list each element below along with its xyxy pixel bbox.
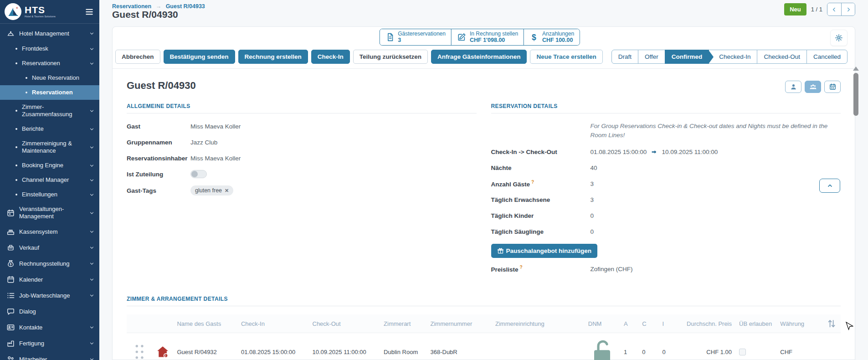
field-value[interactable]: 40	[591, 165, 597, 171]
sidebar-item-veranstaltungen-management[interactable]: Veranstaltungen-Management	[0, 202, 99, 224]
cell-checkout[interactable]: 10.09.2025 11:00:00	[309, 333, 380, 360]
room-lines-table: Name des GastsCheck-InCheck-OutZimmerart…	[127, 314, 841, 360]
stat-button-anzahlungen[interactable]: $AnzahlungenCHF 100.00	[524, 29, 580, 45]
action-abbrechen-button[interactable]: Abbrechen	[115, 50, 160, 64]
action-neue-trace-erstellen-button[interactable]: Neue Trace erstellen	[530, 50, 602, 64]
price-list-value[interactable]: Zofingen (CHF)	[591, 266, 633, 273]
cell-avg-price[interactable]: CHF 1.00	[681, 333, 735, 360]
sidebar-item-verkauf[interactable]: Verkauf	[0, 240, 99, 256]
sidebar-item-zimmer-zusammenfassung[interactable]: Zimmer-Zusammenfassung	[0, 100, 99, 122]
sidebar-item-mitarbeiter[interactable]: Mitarbeiter	[0, 351, 99, 360]
sidebar-item-neue-reservation[interactable]: Neue Reservation	[0, 71, 99, 85]
cell-room-type[interactable]: Dublin Room	[380, 333, 426, 360]
cell-adults[interactable]: 1	[620, 333, 638, 360]
breadcrumb-separator: →	[156, 3, 162, 10]
status-pipeline: DraftOfferConfirmedChecked-InChecked-Out…	[611, 50, 847, 64]
status-step-checked-out[interactable]: Checked-Out	[757, 50, 807, 64]
cell-checkin[interactable]: 01.08.2025 15:00:00	[237, 333, 309, 360]
price-list-row: Preisliste? Zofingen (CHF)	[491, 264, 841, 273]
settings-button[interactable]	[830, 30, 847, 46]
sidebar-item-dialog[interactable]: Dialog	[0, 303, 99, 319]
field-value[interactable]: 0	[591, 212, 594, 219]
field-value[interactable]: 0	[591, 228, 594, 235]
breadcrumb-reservationen[interactable]: Reservationen	[112, 3, 151, 10]
breadcrumb-guest[interactable]: Guest R/04933	[166, 3, 205, 10]
sidebar-item-channel-manager[interactable]: Channel Manager	[0, 173, 99, 187]
collapse-section-button[interactable]	[819, 179, 840, 193]
action-best-tigung-senden-button[interactable]: Bestätigung senden	[164, 50, 235, 64]
action-anfrage-g-steinformationen-button[interactable]: Anfrage Gästeinformationen	[431, 50, 527, 64]
topbar-right: Neu 1 / 1	[784, 3, 855, 16]
room-house-icon[interactable]: !	[156, 345, 169, 359]
cell-drag	[127, 333, 152, 360]
sidebar-item-label: Reservationen	[22, 60, 86, 67]
action-check-in-button[interactable]: Check-In	[311, 50, 350, 64]
sidebar-item-fertigung[interactable]: Fertigung	[0, 335, 99, 351]
add-package-button[interactable]: Pauschalangebot hinzufügen	[491, 244, 598, 258]
status-step-draft[interactable]: Draft	[611, 50, 638, 64]
field-value[interactable]: Miss Maeva Koller	[190, 123, 241, 130]
field-value[interactable]: Miss Maeva Koller	[190, 155, 241, 162]
column-adjust-icon[interactable]	[826, 318, 837, 329]
sidebar-item-kalender[interactable]: Kalender	[0, 272, 99, 288]
scrollbar-up-arrow[interactable]	[853, 67, 859, 71]
sidebar-item-label: Hotel Management	[19, 30, 86, 37]
chevron-down-icon	[89, 324, 95, 330]
scrollbar-thumb[interactable]	[853, 73, 858, 116]
sidebar-item-rechnungsstellung[interactable]: $Rechnungsstellung	[0, 256, 99, 272]
sidebar-item-zimmerreinigung-maintenance[interactable]: Zimmerreinigung & Maintenance	[0, 136, 99, 158]
room-line-row[interactable]: !Guest R/0493201.08.2025 15:00:0010.09.2…	[127, 333, 841, 360]
brand-name: HTS	[25, 5, 56, 15]
cell-currency[interactable]: CHF	[776, 333, 822, 360]
status-step-checked-in[interactable]: Checked-In	[709, 50, 757, 64]
checkin-datetime[interactable]: 01.08.2025 15:00:00	[591, 149, 647, 155]
status-step-confirmed[interactable]: Confirmed	[665, 50, 709, 64]
toggle-switch[interactable]	[190, 170, 207, 178]
sidebar-item-hotel-management[interactable]: Hotel Management	[0, 26, 99, 41]
single-guest-view-button[interactable]	[785, 81, 801, 93]
status-step-offer[interactable]: Offer	[638, 50, 665, 64]
sidebar-item-reservationen-2[interactable]: Reservationen	[0, 85, 99, 100]
group-view-button[interactable]	[805, 81, 821, 93]
unlock-icon[interactable]	[588, 338, 616, 360]
sidebar-item-job-warteschlange[interactable]: Job-Warteschlange	[0, 288, 99, 303]
sidebar-item-berichte[interactable]: Berichte	[0, 122, 99, 136]
sidebar-item-reservationen[interactable]: Reservationen	[0, 56, 99, 71]
field-value[interactable]: Jazz Club	[190, 139, 217, 146]
cell-infants[interactable]: 0	[658, 333, 680, 360]
guest-tag[interactable]: gluten free✕	[190, 185, 233, 195]
sidebar-item-label: Berichte	[22, 125, 86, 133]
checkout-datetime[interactable]: 10.09.2025 11:00:00	[662, 149, 718, 155]
cell-furnishing[interactable]	[492, 333, 585, 360]
sidebar-item-einstellungen[interactable]: Einstellungen	[0, 187, 99, 202]
help-icon[interactable]: ?	[520, 265, 523, 270]
sidebar-item-kassensystem[interactable]: Kassensystem	[0, 224, 99, 240]
field-reservationsinhaber: ReservationsinhaberMiss Maeva Koller	[127, 154, 477, 163]
sidebar-item-label: Job-Warteschlange	[19, 292, 86, 299]
action-teilung-zur-cksetzen-button[interactable]: Teilung zurücksetzen	[353, 50, 428, 64]
bullet-icon	[15, 48, 17, 50]
next-page-button[interactable]	[841, 3, 855, 15]
cell-guest-name[interactable]: Guest R/04932	[173, 333, 237, 360]
calendar-view-button[interactable]	[824, 81, 841, 93]
status-step-cancelled[interactable]: Cancelled	[806, 50, 847, 64]
stat-button-g-stereservationen[interactable]: Gästereservationen3	[380, 29, 451, 45]
sidebar-item-booking-engine[interactable]: Booking Engine	[0, 158, 99, 173]
field-value[interactable]: 3	[591, 180, 594, 187]
help-icon[interactable]: ?	[531, 180, 534, 185]
sidebar-item-frontdesk[interactable]: Frontdesk	[0, 41, 99, 56]
remove-tag-icon[interactable]: ✕	[225, 188, 229, 194]
stat-button-in-rechnung-stellen[interactable]: In Rechnung stellenCHF 1'098.00	[451, 29, 524, 45]
field-n-chte: Nächte40	[491, 163, 841, 172]
sidebar-item-kontakte[interactable]: Kontakte	[0, 319, 99, 335]
drag-handle-icon[interactable]	[130, 343, 149, 360]
cell-children[interactable]: 0	[638, 333, 658, 360]
field-value[interactable]: 3	[591, 196, 594, 203]
hamburger-menu-icon[interactable]	[85, 8, 94, 16]
action-rechnung-erstellen-button[interactable]: Rechnung erstellen	[238, 50, 308, 64]
prev-page-button[interactable]	[827, 3, 841, 15]
bullet-icon	[15, 128, 17, 130]
cell-room-number[interactable]: 368-DubR	[426, 333, 492, 360]
overbooking-checkbox[interactable]	[739, 349, 746, 355]
new-button[interactable]: Neu	[784, 3, 806, 15]
